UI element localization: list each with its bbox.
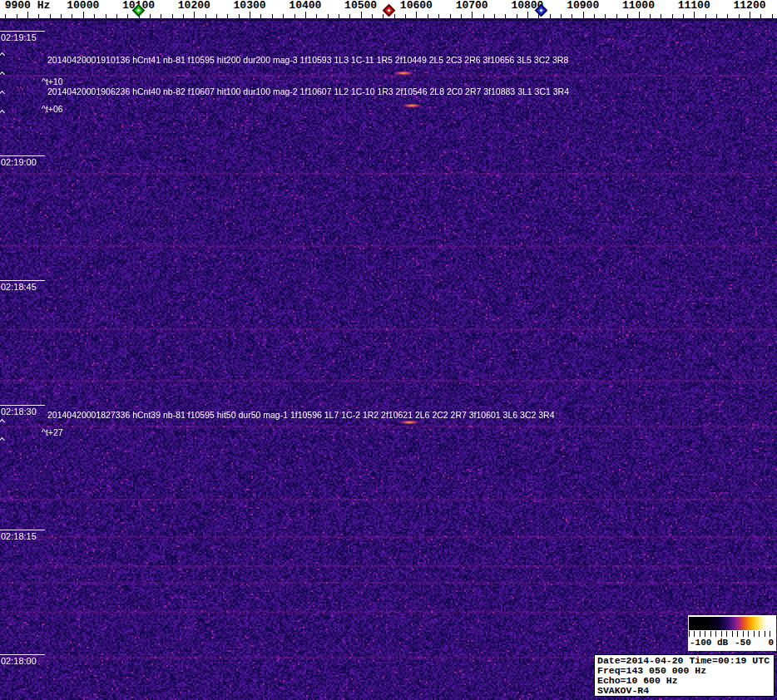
ruler-tick (272, 14, 273, 18)
freq-label: 11000 (609, 0, 667, 11)
time-label: 02:18:00 (1, 656, 37, 666)
ruler-tick (639, 12, 640, 18)
ruler-tick (127, 14, 128, 18)
freq-label: 10000 (54, 0, 112, 11)
ruler-tick (450, 14, 451, 18)
ruler-tick (505, 14, 506, 18)
ruler-tick (561, 14, 562, 18)
detection-annotation: ^t+27 (42, 427, 63, 437)
info-box: Date=2014-04-20 Time=00:19 UTC Freq=143 … (594, 654, 775, 697)
time-tick-line (0, 155, 45, 156)
ruler-tick (594, 14, 595, 18)
time-label: 02:18:15 (1, 531, 37, 541)
scale-max-label: 0 (768, 638, 774, 648)
ruler-tick (116, 14, 117, 18)
ruler-tick (416, 12, 417, 18)
ruler-tick (772, 14, 773, 18)
time-label: 02:18:30 (1, 407, 37, 417)
ruler-tick (739, 14, 740, 18)
ruler-tick (27, 12, 28, 18)
detection-annotation: 20140420001827336 hCnt39 nb-81 f10595 hi… (47, 410, 555, 420)
freq-label: 10600 (387, 0, 445, 11)
scale-min-label: -100 dB (690, 638, 728, 648)
ruler-tick (72, 14, 72, 18)
ruler-tick (694, 12, 695, 18)
ruler-tick (38, 14, 39, 18)
color-scale-ticks (689, 631, 775, 637)
color-scale-labels: -100 dB -50 0 (688, 638, 776, 649)
ruler-tick (328, 14, 329, 18)
ruler-tick (428, 14, 428, 18)
ruler-tick (83, 12, 84, 18)
ruler-tick (172, 14, 173, 18)
ruler-tick (472, 12, 473, 18)
ruler-tick (394, 14, 395, 18)
ruler-tick (716, 14, 717, 18)
ruler-tick (750, 12, 750, 18)
freq-label: 10500 (332, 0, 390, 11)
ruler-tick (461, 14, 462, 18)
freq-label: 10800 (498, 0, 557, 11)
color-scale-gradient[interactable] (689, 617, 775, 630)
ruler-tick (583, 12, 584, 18)
ruler-tick (438, 14, 439, 18)
freq-label: 10700 (443, 0, 501, 11)
ruler-tick (650, 14, 651, 18)
ruler-tick (283, 14, 284, 18)
ruler-tick (683, 14, 684, 18)
red-marker-center-dot (387, 8, 390, 12)
freq-label: 10200 (165, 0, 223, 11)
color-scale: -100 dB -50 0 (688, 615, 776, 651)
green-marker-center-dot (136, 8, 140, 12)
ruler-tick (205, 14, 206, 18)
ruler-tick (517, 14, 517, 18)
ruler-tick (94, 14, 95, 18)
ruler-tick (627, 14, 628, 18)
ruler-tick (616, 14, 617, 18)
ruler-tick (383, 14, 384, 18)
time-tick-line (0, 405, 45, 406)
ruler-tick (316, 14, 317, 18)
ruler-tick (239, 14, 240, 18)
freq-label: 10400 (276, 0, 334, 11)
ruler-tick (216, 14, 217, 18)
freq-label: 11100 (665, 0, 723, 11)
ruler-tick (150, 14, 151, 18)
freq-label: 11200 (720, 0, 777, 11)
ruler-tick (227, 14, 228, 18)
time-tick-line (0, 530, 45, 530)
detection-annotation: ^t+10 (42, 76, 63, 86)
ruler-tick (405, 14, 406, 18)
info-station: SVAKOV-R4 (597, 686, 771, 696)
detection-annotation: 20140420001910136 hCnt41 nb-81 f10595 hi… (47, 55, 568, 65)
ruler-tick (527, 12, 528, 18)
time-tick-line (0, 31, 45, 32)
time-tick-line (0, 280, 45, 281)
ruler-tick (50, 14, 51, 18)
ruler-tick (494, 14, 495, 18)
ruler-tick (361, 12, 362, 18)
ruler-tick (250, 12, 250, 18)
time-label: 02:19:15 (1, 32, 37, 42)
detection-annotation: 20140420001906236 hCnt40 nb-82 f10607 hi… (47, 86, 569, 96)
ruler-tick (260, 14, 261, 18)
detection-annotation: ^t+06 (42, 104, 63, 114)
frequency-ruler[interactable]: 9900 Hz100001010010200103001040010500106… (0, 0, 777, 18)
ruler-tick (572, 14, 572, 18)
freq-label: 10300 (220, 0, 279, 11)
ruler-tick (294, 14, 295, 18)
spectrogram-canvas[interactable] (0, 18, 777, 700)
ruler-tick (194, 12, 195, 18)
ruler-tick (349, 14, 350, 18)
time-label: 02:19:00 (1, 157, 37, 167)
ruler-tick (483, 14, 484, 18)
speclab-waterfall-screen: 9900 Hz100001010010200103001040010500106… (0, 0, 777, 700)
ruler-tick (106, 14, 106, 18)
time-tick-line (0, 654, 45, 655)
ruler-tick (672, 14, 673, 18)
ruler-tick (727, 14, 728, 18)
ruler-tick (372, 14, 373, 18)
time-label: 02:18:45 (1, 282, 37, 292)
ruler-tick (705, 14, 706, 18)
ruler-tick (5, 14, 6, 18)
